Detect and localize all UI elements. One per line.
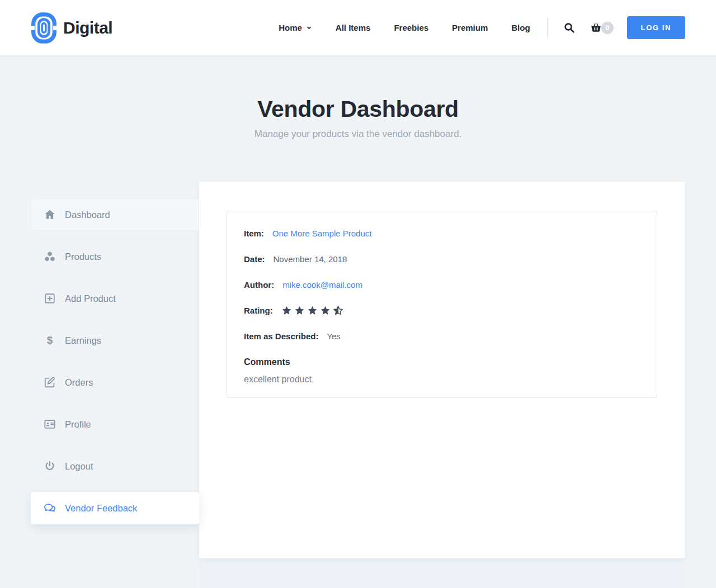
sidebar-item-label: Vendor Feedback <box>65 503 137 514</box>
feedback-row-author: Author: mike.cook@mail.com <box>244 278 640 291</box>
page-header: Vendor Dashboard Manage your products vi… <box>0 55 716 140</box>
sidebar-item-label: Products <box>65 252 101 262</box>
nav-divider <box>547 17 548 39</box>
sidebar-item-earnings[interactable]: $ Earnings <box>31 324 199 357</box>
shopping-basket-icon <box>590 22 602 34</box>
feedback-card: Item: One More Sample Product Date: Nove… <box>227 211 657 398</box>
nav-item-blog[interactable]: Blog <box>511 23 530 32</box>
sidebar-item-label: Earnings <box>65 335 101 346</box>
item-link[interactable]: One More Sample Product <box>272 229 372 238</box>
feedback-row-described: Item as Described: Yes <box>244 330 640 342</box>
sidebar-item-label: Dashboard <box>65 210 110 220</box>
home-icon <box>43 208 56 221</box>
sidebar-item-dashboard[interactable]: Dashboard <box>31 198 199 231</box>
feedback-row-date: Date: November 14, 2018 <box>244 253 640 265</box>
sidebar-item-vendor-feedback[interactable]: Vendor Feedback <box>31 492 199 524</box>
described-value: Yes <box>327 331 340 341</box>
author-label: Author: <box>244 280 274 290</box>
brand[interactable]: Digital <box>31 12 112 44</box>
sidebar-item-label: Add Product <box>65 293 116 304</box>
comments-icon <box>43 502 56 514</box>
comments-text: excellent product. <box>244 374 640 385</box>
next-section-stub <box>199 562 685 588</box>
sidebar-item-orders[interactable]: Orders <box>31 366 199 399</box>
sidebar-item-logout[interactable]: Logout <box>31 450 199 482</box>
top-navbar: Digital Home All Items Freebies Premium … <box>0 0 716 55</box>
vendor-sidebar: Dashboard Products Add Product $ Earning… <box>31 198 199 534</box>
date-value: November 14, 2018 <box>274 254 347 264</box>
sidebar-item-label: Logout <box>65 461 93 472</box>
main-panel: Item: One More Sample Product Date: Nove… <box>199 182 685 558</box>
cart-button[interactable]: 0 <box>590 22 614 34</box>
chevron-down-icon <box>306 25 312 31</box>
nav-item-home-label: Home <box>279 23 302 32</box>
sidebar-item-label: Orders <box>65 377 93 388</box>
plus-square-icon <box>43 292 56 305</box>
item-label: Item: <box>244 229 264 238</box>
author-email-link[interactable]: mike.cook@mail.com <box>282 280 362 290</box>
feedback-row-item: Item: One More Sample Product <box>244 227 640 239</box>
page-subtitle: Manage your products via the vendor dash… <box>0 129 716 140</box>
cubes-icon <box>43 250 56 263</box>
rating-stars <box>281 305 343 316</box>
cart-count-badge: 0 <box>601 22 614 34</box>
main-nav: Home All Items Freebies Premium Blog <box>255 16 685 39</box>
search-icon <box>563 22 575 34</box>
nav-item-home[interactable]: Home <box>279 23 312 32</box>
nav-links: Home All Items Freebies Premium Blog <box>255 23 530 32</box>
edit-icon <box>43 376 56 388</box>
feedback-row-rating: Rating: <box>244 304 640 316</box>
rating-label: Rating: <box>244 306 273 315</box>
sidebar-item-products[interactable]: Products <box>31 240 199 273</box>
sidebar-item-add-product[interactable]: Add Product <box>31 282 199 315</box>
power-icon <box>43 460 56 472</box>
search-button[interactable] <box>563 22 575 34</box>
dollar-icon: $ <box>43 334 56 347</box>
described-label: Item as Described: <box>244 331 318 341</box>
comments-heading: Comments <box>244 357 640 367</box>
login-button[interactable]: LOG IN <box>627 16 685 39</box>
nav-item-freebies[interactable]: Freebies <box>394 23 428 32</box>
id-card-icon <box>43 418 56 430</box>
page-title: Vendor Dashboard <box>0 96 716 122</box>
brand-logo-icon <box>31 12 57 44</box>
sidebar-item-profile[interactable]: Profile <box>31 408 199 440</box>
date-label: Date: <box>244 254 265 264</box>
brand-name: Digital <box>63 18 112 37</box>
sidebar-item-label: Profile <box>65 419 91 430</box>
nav-item-premium[interactable]: Premium <box>452 23 488 32</box>
nav-item-all-items[interactable]: All Items <box>336 23 371 32</box>
